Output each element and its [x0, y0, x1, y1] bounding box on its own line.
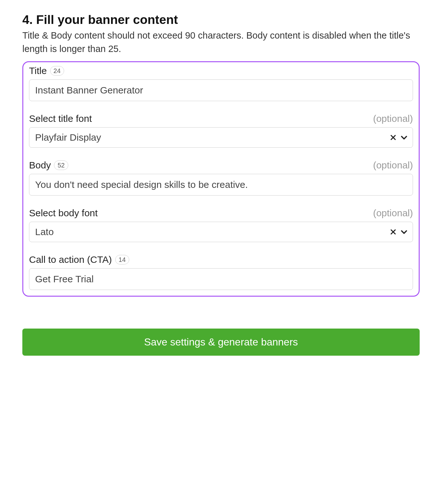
- section-heading: 4. Fill your banner content: [22, 13, 420, 27]
- body-font-field: Select body font (optional): [29, 208, 413, 242]
- clear-icon[interactable]: [389, 227, 398, 236]
- body-font-select[interactable]: [29, 222, 413, 242]
- body-font-optional: (optional): [373, 208, 413, 219]
- body-label: Body: [29, 160, 51, 171]
- cta-field: Call to action (CTA) 14: [29, 254, 413, 290]
- title-char-count: 24: [50, 66, 64, 76]
- body-input[interactable]: [29, 174, 413, 196]
- title-font-label: Select title font: [29, 113, 92, 124]
- title-input[interactable]: [29, 79, 413, 101]
- cta-label: Call to action (CTA): [29, 254, 112, 265]
- save-generate-button[interactable]: Save settings & generate banners: [22, 329, 420, 356]
- title-label: Title: [29, 65, 47, 76]
- title-font-optional: (optional): [373, 113, 413, 124]
- title-font-select[interactable]: [29, 127, 413, 148]
- title-field: Title 24: [29, 65, 413, 101]
- chevron-down-icon[interactable]: [400, 133, 408, 142]
- cta-input[interactable]: [29, 268, 413, 290]
- section-description: Title & Body content should not exceed 9…: [22, 29, 420, 56]
- body-char-count: 52: [54, 160, 68, 170]
- title-font-field: Select title font (optional): [29, 113, 413, 148]
- body-field: Body 52 (optional): [29, 160, 413, 196]
- clear-icon[interactable]: [389, 133, 398, 142]
- banner-content-form: Title 24 Select title font (optional): [22, 61, 420, 297]
- body-font-label: Select body font: [29, 208, 98, 219]
- cta-char-count: 14: [115, 255, 129, 264]
- body-optional: (optional): [373, 160, 413, 171]
- chevron-down-icon[interactable]: [400, 227, 408, 236]
